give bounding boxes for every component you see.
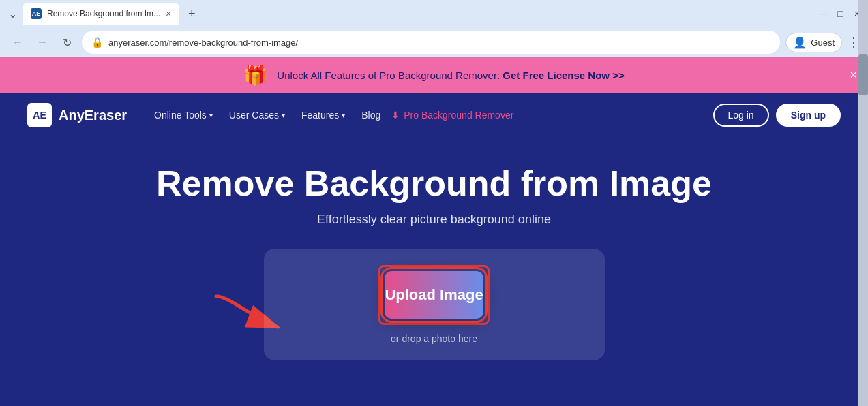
nav-auth: Log in Sign up — [713, 104, 841, 127]
nav-features[interactable]: Features ▾ — [296, 106, 350, 125]
site-navigation: AE AnyEraser Online Tools ▾ User Cases ▾… — [0, 93, 868, 137]
profile-button[interactable]: 👤 Guest — [785, 33, 842, 52]
login-button[interactable]: Log in — [713, 104, 769, 127]
address-bar[interactable]: 🔒 anyeraser.com/remove-background-from-i… — [82, 31, 780, 54]
promo-text: Unlock All Features of Pro Background Re… — [277, 69, 624, 81]
address-text: anyeraser.com/remove-background-from-ima… — [108, 37, 770, 48]
profile-icon: 👤 — [793, 36, 807, 49]
nav-pro[interactable]: ⬇ Pro Background Remover — [391, 110, 513, 121]
back-button[interactable]: ← — [8, 33, 27, 52]
promo-banner: 🎁 Unlock All Features of Pro Background … — [0, 57, 868, 93]
nav-user-cases[interactable]: User Cases ▾ — [224, 106, 290, 125]
chevron-down-icon: ▾ — [282, 112, 285, 119]
tab-close-button[interactable]: × — [166, 8, 171, 19]
hero-subtitle: Effortlessly clear picture background on… — [317, 213, 551, 227]
tab-title: Remove Background from Im... — [47, 9, 160, 18]
tab-favicon: AE — [31, 8, 42, 19]
refresh-button[interactable]: ↻ — [57, 33, 76, 52]
logo-icon: AE — [27, 103, 52, 127]
gift-icon: 🎁 — [243, 64, 267, 87]
banner-close-button[interactable]: × — [850, 68, 857, 82]
lock-icon: 🔒 — [91, 37, 103, 48]
maximize-button[interactable]: □ — [837, 8, 843, 19]
nav-links: Online Tools ▾ User Cases ▾ Features ▾ B… — [149, 106, 691, 125]
nav-online-tools[interactable]: Online Tools ▾ — [149, 106, 218, 125]
signup-button[interactable]: Sign up — [776, 104, 841, 127]
scrollbar-track — [858, 0, 868, 406]
hero-section: Remove Background from Image Effortlessl… — [0, 137, 868, 381]
upload-button[interactable]: Upload Image — [385, 271, 483, 319]
forward-button[interactable]: → — [33, 33, 52, 52]
nav-blog[interactable]: Blog — [356, 106, 386, 125]
upload-border: Upload Image — [378, 265, 489, 325]
upload-area: Upload Image or drop a photo here — [264, 249, 605, 360]
profile-label: Guest — [811, 37, 835, 48]
brand-name: AnyEraser — [59, 108, 127, 123]
drop-label: or drop a photo here — [391, 333, 477, 344]
logo[interactable]: AE AnyEraser — [27, 103, 127, 127]
tab-list-icon[interactable]: ⌄ — [8, 7, 17, 20]
new-tab-button[interactable]: + — [182, 4, 201, 23]
chevron-down-icon: ▾ — [342, 112, 345, 119]
chevron-down-icon: ▾ — [209, 112, 213, 119]
download-icon: ⬇ — [391, 110, 400, 121]
scrollbar-thumb[interactable] — [858, 54, 868, 95]
promo-link[interactable]: Get Free License Now >> — [503, 69, 624, 81]
hero-title: Remove Background from Image — [156, 164, 712, 203]
minimize-button[interactable]: ─ — [820, 8, 826, 19]
active-tab[interactable]: AE Remove Background from Im... × — [23, 3, 179, 25]
